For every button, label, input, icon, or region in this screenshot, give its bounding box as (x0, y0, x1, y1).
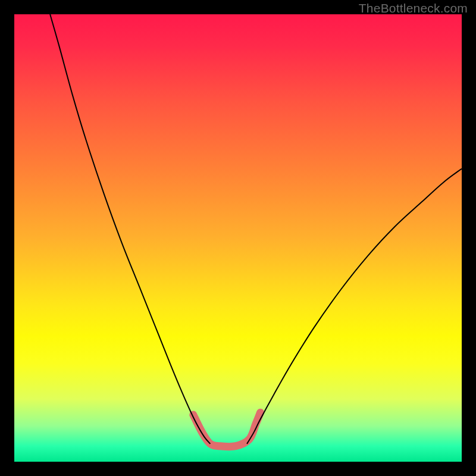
chart-background (14, 14, 462, 462)
app-frame: TheBottleneck.com (0, 0, 476, 476)
chart-svg (14, 14, 462, 462)
watermark-text: TheBottleneck.com (359, 1, 468, 15)
bottleneck-chart (14, 14, 462, 462)
